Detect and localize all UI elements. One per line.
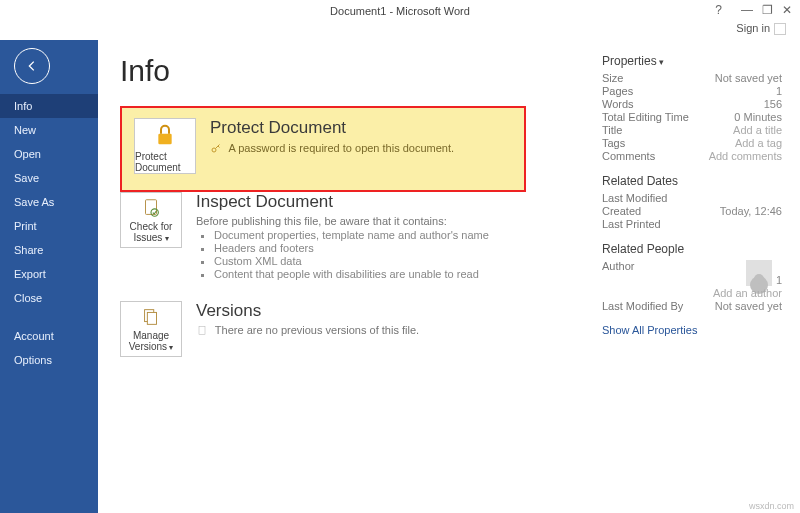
protect-title: Protect Document	[210, 118, 454, 138]
sidebar-item-options[interactable]: Options	[0, 348, 98, 372]
close-button[interactable]: ✕	[778, 2, 796, 18]
svg-rect-5	[147, 312, 156, 324]
author-value: 1	[746, 260, 782, 286]
date-row: Last Printed	[602, 218, 782, 230]
window-title: Document1 - Microsoft Word	[330, 5, 470, 17]
sidebar-item-print[interactable]: Print	[0, 214, 98, 238]
property-row: TitleAdd a title	[602, 124, 782, 136]
property-row: Total Editing Time0 Minutes	[602, 111, 782, 123]
date-row: Last Modified	[602, 192, 782, 204]
add-author-link[interactable]: Add an author	[713, 287, 782, 299]
svg-rect-6	[199, 327, 205, 335]
title-bar: Document1 - Microsoft Word ? — ❐ ✕	[0, 0, 800, 22]
lock-icon	[149, 119, 181, 151]
help-button[interactable]: ?	[715, 3, 722, 17]
inspect-title: Inspect Document	[196, 192, 489, 212]
versions-title: Versions	[196, 301, 419, 321]
related-dates-header: Related Dates	[602, 174, 782, 188]
manage-versions-button[interactable]: Manage Versions	[120, 301, 182, 357]
signin-avatar-placeholder	[774, 23, 786, 35]
related-people-header: Related People	[602, 242, 782, 256]
versions-message: There are no previous versions of this f…	[215, 324, 419, 336]
document-check-icon	[140, 197, 162, 219]
svg-point-1	[212, 148, 216, 152]
document-icon	[196, 325, 208, 337]
lastmodby-label: Last Modified By	[602, 300, 683, 312]
signin-row: Sign in	[0, 22, 800, 40]
restore-button[interactable]: ❐	[758, 2, 776, 18]
sidebar-item-share[interactable]: Share	[0, 238, 98, 262]
backstage-sidebar: InfoNewOpenSaveSave AsPrintShareExportCl…	[0, 40, 98, 513]
sidebar-item-info[interactable]: Info	[0, 94, 98, 118]
property-row: TagsAdd a tag	[602, 137, 782, 149]
inspect-item: Document properties, template name and a…	[214, 229, 489, 241]
svg-rect-0	[158, 134, 171, 145]
avatar-icon	[746, 260, 772, 286]
protect-document-panel: Protect Document Protect Document A pass…	[120, 106, 526, 192]
show-all-properties-link[interactable]: Show All Properties	[602, 324, 782, 336]
sidebar-item-close[interactable]: Close	[0, 286, 98, 310]
properties-panel: Properties SizeNot saved yetPages1Words1…	[596, 54, 782, 513]
property-row: CommentsAdd comments	[602, 150, 782, 162]
check-for-issues-label: Check for Issues	[121, 221, 181, 244]
versions-section: Manage Versions Versions There are no pr…	[120, 301, 596, 357]
back-button[interactable]	[14, 48, 50, 84]
page-title: Info	[120, 54, 596, 88]
inspect-item: Headers and footers	[214, 242, 489, 254]
sidebar-item-export[interactable]: Export	[0, 262, 98, 286]
protect-document-button[interactable]: Protect Document	[134, 118, 196, 174]
sidebar-item-account[interactable]: Account	[0, 324, 98, 348]
sidebar-item-open[interactable]: Open	[0, 142, 98, 166]
author-label: Author	[602, 260, 634, 286]
sidebar-item-save[interactable]: Save	[0, 166, 98, 190]
inspect-item: Custom XML data	[214, 255, 489, 267]
inspect-section: Check for Issues Inspect Document Before…	[120, 192, 596, 281]
sidebar-item-saveas[interactable]: Save As	[0, 190, 98, 214]
property-row: SizeNot saved yet	[602, 72, 782, 84]
lastmodby-value: Not saved yet	[715, 300, 782, 312]
property-row: Pages1	[602, 85, 782, 97]
date-row: CreatedToday, 12:46	[602, 205, 782, 217]
key-icon	[210, 143, 222, 155]
minimize-button[interactable]: —	[738, 2, 756, 18]
watermark: wsxdn.com	[749, 501, 794, 511]
inspect-list: Document properties, template name and a…	[214, 229, 489, 280]
sidebar-item-new[interactable]: New	[0, 118, 98, 142]
versions-icon	[140, 306, 162, 328]
inspect-item: Content that people with disabilities ar…	[214, 268, 489, 280]
property-row: Words156	[602, 98, 782, 110]
inspect-intro: Before publishing this file, be aware th…	[196, 215, 489, 227]
signin-link[interactable]: Sign in	[736, 22, 770, 34]
manage-versions-label: Manage Versions	[121, 330, 181, 353]
protect-document-label: Protect Document	[135, 151, 195, 173]
properties-header[interactable]: Properties	[602, 54, 782, 68]
arrow-left-icon	[25, 59, 39, 73]
check-for-issues-button[interactable]: Check for Issues	[120, 192, 182, 248]
protect-message: A password is required to open this docu…	[228, 142, 454, 154]
